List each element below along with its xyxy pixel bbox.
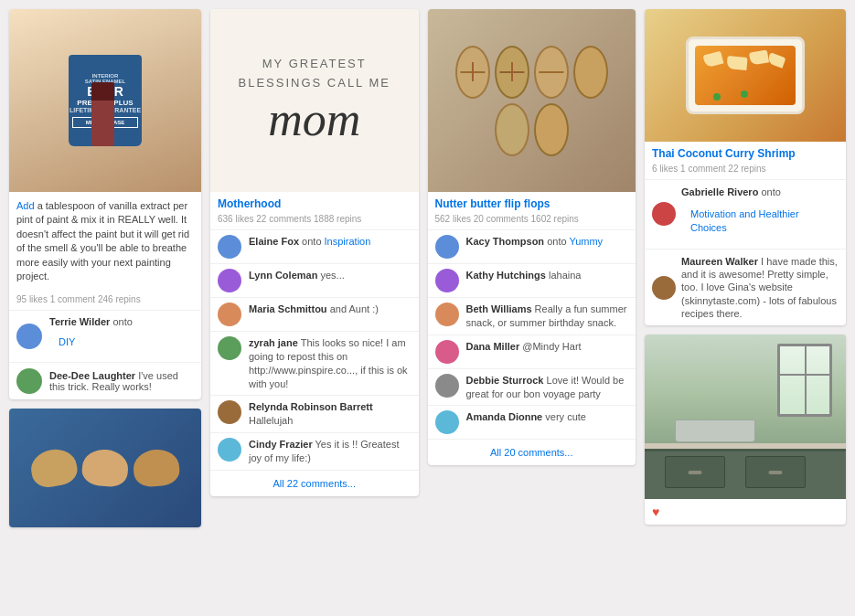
comment-avatar-kathy	[435, 269, 459, 292]
comment-cindy: Cindy Frazier Yes it is !! Greatest joy …	[210, 432, 419, 470]
comment-kacy: Kacy Thompson onto Yummy	[428, 229, 636, 263]
comment-name-relynda: Relynda Robinson Barrett	[249, 401, 373, 412]
cookie-image	[428, 9, 636, 192]
curry-commenter-name: Maureen Walker	[681, 256, 758, 267]
paint-stats: 95 likes 1 comment 246 repins	[9, 291, 201, 310]
comment-text-elaine: Elaine Fox onto Inspiration	[249, 235, 370, 249]
repinner-text-terrie: Terrie Wilder onto DIY	[49, 316, 133, 356]
blessings-image: MY GREATESTBLESSINGS CALL ME mom	[210, 9, 419, 192]
paint-card: INTERIOR SATIN ENAMEL BEHR PREMIUM PLUS …	[9, 9, 201, 399]
pin-board: INTERIOR SATIN ENAMEL BEHR PREMIUM PLUS …	[0, 0, 855, 536]
repinner-name-terrie: Terrie Wilder	[49, 316, 110, 327]
comment-name-debbie: Debbie Sturrock	[466, 375, 544, 386]
comment-text-beth: Beth Williams Really a fun summer snack,…	[466, 303, 629, 330]
comment-avatar-relynda	[218, 400, 241, 424]
repinner-board-terrie: DIY	[49, 327, 133, 356]
curry-commenter-avatar	[652, 276, 676, 300]
comment-name-kacy: Kacy Thompson	[466, 236, 545, 247]
comment-avatar-zyrah	[218, 336, 241, 360]
curry-repinner-board: Motivation and Healthier Choices	[681, 198, 839, 243]
repinner-name-dee: Dee-Dee Laughter	[49, 370, 135, 381]
repinner-avatar-dee	[16, 368, 42, 394]
cookie-title[interactable]: Nutter butter flip flops	[428, 192, 636, 212]
comment-name-dana: Dana Miller	[466, 341, 520, 352]
comment-name-elaine: Elaine Fox	[249, 236, 299, 247]
comment-text-dana: Dana Miller @Mindy Hart	[466, 340, 582, 354]
comment-name-beth: Beth Williams	[466, 303, 532, 314]
repinner-row-2: Dee-Dee Laughter I've used this trick. R…	[9, 362, 201, 399]
comment-avatar-lynn	[218, 269, 241, 292]
motherhood-stats: 636 likes 22 comments 1888 repins	[210, 212, 419, 229]
comment-avatar-kacy	[435, 235, 459, 259]
comment-text-kacy: Kacy Thompson onto Yummy	[466, 235, 604, 249]
curry-card: Thai Coconut Curry Shrimp 6 likes 1 comm…	[645, 9, 846, 325]
comment-elaine: Elaine Fox onto Inspiration	[210, 229, 419, 263]
comment-name-amanda: Amanda Dionne	[466, 411, 543, 422]
vanilla-bottle	[91, 82, 114, 146]
comment-kathy: Kathy Hutchings lahaina	[428, 263, 636, 297]
comment-lynn: Lynn Coleman yes...	[210, 263, 419, 297]
curry-comment: Maureen Walker I have made this, and it …	[645, 249, 846, 325]
comment-name-cindy: Cindy Frazier	[249, 439, 313, 450]
comment-zyrah: zyrah jane This looks so nice! I am goin…	[210, 331, 419, 395]
comment-text-lynn: Lynn Coleman yes...	[249, 269, 345, 282]
croissant-image	[9, 409, 201, 527]
curry-repinner-text: Gabrielle Rivero onto Motivation and Hea…	[681, 186, 839, 243]
repinner-row-1: Terrie Wilder onto DIY	[9, 310, 201, 362]
curry-repinner-avatar	[652, 202, 676, 226]
curry-image	[645, 9, 846, 142]
comment-dana: Dana Miller @Mindy Hart	[428, 335, 636, 368]
comment-text-amanda: Amanda Dionne very cute	[466, 410, 586, 424]
comment-text-cindy: Cindy Frazier Yes it is !! Greatest joy …	[249, 438, 411, 465]
all-comments-cookie[interactable]: All 20 comments...	[428, 439, 636, 465]
comment-amanda: Amanda Dionne very cute	[428, 405, 636, 439]
comment-avatar-cindy	[218, 438, 241, 462]
comment-text-zyrah: zyrah jane This looks so nice! I am goin…	[249, 336, 411, 390]
comment-debbie: Debbie Sturrock Love it! Would be great …	[428, 368, 636, 406]
column-4: Thai Coconut Curry Shrimp 6 likes 1 comm…	[645, 9, 846, 527]
kitchen-image	[645, 335, 846, 499]
paint-image: INTERIOR SATIN ENAMEL BEHR PREMIUM PLUS …	[9, 9, 201, 192]
comment-name-zyrah: zyrah jane	[249, 337, 298, 348]
comment-avatar-amanda	[435, 410, 459, 434]
column-2: MY GREATESTBLESSINGS CALL ME mom Motherh…	[210, 9, 419, 527]
comment-name-maria: Maria Schmittou	[249, 303, 327, 314]
curry-repinner: Gabrielle Rivero onto Motivation and Hea…	[645, 179, 846, 249]
comment-name-kathy: Kathy Hutchings	[466, 270, 546, 281]
curry-title[interactable]: Thai Coconut Curry Shrimp	[645, 142, 846, 162]
kitchen-card: ♥	[645, 335, 846, 525]
comment-avatar-dana	[435, 340, 459, 364]
comment-avatar-elaine	[218, 235, 241, 259]
comment-board-elaine: Inspiration	[325, 236, 371, 247]
comment-board-kacy: Yummy	[569, 236, 603, 247]
comment-text-kathy: Kathy Hutchings lahaina	[466, 269, 582, 282]
blessings-card: MY GREATESTBLESSINGS CALL ME mom Motherh…	[210, 9, 419, 496]
repinner-avatar-terrie	[16, 324, 42, 349]
comment-relynda: Relynda Robinson Barrett Hallelujah	[210, 395, 419, 432]
curry-stats: 6 likes 1 comment 22 repins	[645, 162, 846, 179]
comment-name-lynn: Lynn Coleman	[249, 270, 317, 281]
highlight-word: Add	[16, 200, 35, 211]
heart-symbol: ♥	[645, 499, 846, 525]
column-1: INTERIOR SATIN ENAMEL BEHR PREMIUM PLUS …	[9, 9, 201, 527]
column-3: Nutter butter flip flops 562 likes 20 co…	[428, 9, 636, 527]
cookie-stats: 562 likes 20 comments 1602 repins	[428, 212, 636, 229]
cookie-card: Nutter butter flip flops 562 likes 20 co…	[428, 9, 636, 465]
comment-beth: Beth Williams Really a fun summer snack,…	[428, 297, 636, 335]
comment-text-debbie: Debbie Sturrock Love it! Would be great …	[466, 374, 629, 401]
blessings-text-top: MY GREATESTBLESSINGS CALL ME	[239, 55, 390, 93]
repinner-text-dee: Dee-Dee Laughter I've used this trick. R…	[49, 370, 194, 392]
comment-avatar-debbie	[435, 374, 459, 398]
paint-text: a tablespoon of vanilla extract per pint…	[16, 200, 189, 281]
comment-avatar-beth	[435, 303, 459, 326]
comment-maria: Maria Schmittou and Aunt :)	[210, 297, 419, 331]
paint-description: Add a tablespoon of vanilla extract per …	[9, 192, 201, 291]
curry-commenter-text: Maureen Walker I have made this, and it …	[681, 255, 839, 320]
comment-text-relynda: Relynda Robinson Barrett Hallelujah	[249, 400, 373, 428]
blessings-text-mom: mom	[268, 92, 360, 146]
croissant-card	[9, 409, 201, 527]
all-comments-motherhood[interactable]: All 22 comments...	[210, 470, 419, 496]
comment-avatar-maria	[218, 303, 241, 326]
motherhood-title[interactable]: Motherhood	[210, 192, 419, 212]
comment-text-maria: Maria Schmittou and Aunt :)	[249, 303, 379, 316]
